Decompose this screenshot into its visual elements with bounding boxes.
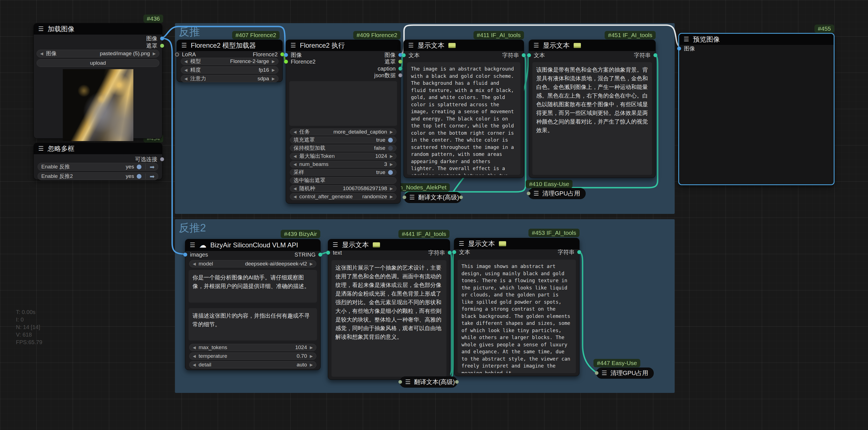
- input-port-images[interactable]: images: [183, 252, 208, 257]
- increment-arrow-icon[interactable]: ▶: [390, 195, 393, 199]
- decrement-arrow-icon[interactable]: ◀: [40, 52, 43, 56]
- node-preview-image[interactable]: ☰ 预览图像 图像: [678, 33, 835, 185]
- increment-arrow-icon[interactable]: ▶: [272, 68, 275, 72]
- increment-arrow-icon[interactable]: ▶: [310, 363, 313, 367]
- attention-combo[interactable]: ◀ 注意力 sdpa ▶: [181, 75, 278, 82]
- collapse-icon[interactable]: ☰: [408, 42, 414, 48]
- input-port-text[interactable]: 文本: [452, 249, 470, 255]
- detail-combo[interactable]: ◀ detail auto ▶: [189, 361, 316, 368]
- sample-toggle[interactable]: 采样 true: [290, 169, 397, 176]
- selected-output-mask-input[interactable]: 选中输出遮罩: [290, 177, 397, 184]
- node-ignore-multibox[interactable]: ☰ 忽略多框 可选连接 Enable 反推 yes ➡ Enable 反推2 y…: [33, 143, 162, 179]
- increment-arrow-icon[interactable]: ▶: [310, 354, 313, 358]
- run-arrow-icon[interactable]: ➡: [150, 173, 155, 179]
- output-port-json[interactable]: json数据: [374, 72, 402, 78]
- node-bizyair-vlm-api[interactable]: ☰ ☁ BizyAir SiliconCloud VLM API images …: [185, 239, 320, 370]
- input-port-florence2[interactable]: Florence2: [284, 59, 316, 64]
- node-florence2-model-loader[interactable]: ☰ Florence2 模型加载器 LoRA Florence2 ◀ 模型 Fl…: [177, 40, 283, 82]
- image-file-combo[interactable]: ◀ 图像 pasted/image (5).png ▶: [36, 49, 159, 58]
- collapse-icon[interactable]: ☰: [409, 194, 415, 200]
- decrement-arrow-icon[interactable]: ◀: [293, 195, 297, 199]
- decrement-arrow-icon[interactable]: ◀: [184, 68, 187, 72]
- decrement-arrow-icon[interactable]: ◀: [193, 345, 196, 350]
- collapse-icon[interactable]: ☰: [38, 145, 44, 152]
- node-load-image[interactable]: ☰ 加载图像 图像 遮罩 ◀ 图像 pasted/image (5).png ▶…: [33, 23, 162, 139]
- caption-output-box[interactable]: [289, 81, 397, 126]
- output-port-optional[interactable]: 可选连接: [135, 157, 164, 162]
- port-dot-optional[interactable]: [160, 157, 164, 161]
- increment-arrow-icon[interactable]: ▶: [390, 154, 393, 158]
- node-florence2-run[interactable]: ☰ Florence2 执行 图像 Florence2 图像 遮罩 captio…: [286, 40, 401, 204]
- port-dot-string[interactable]: [318, 253, 322, 257]
- increment-arrow-icon[interactable]: ▶: [390, 162, 393, 166]
- user-prompt-box[interactable]: 请描述这张图片的内容，并指出任何有趣或不寻常的细节。: [189, 308, 317, 340]
- port-dot-string[interactable]: [653, 53, 657, 57]
- collapse-icon[interactable]: ☰: [684, 36, 689, 42]
- collapse-icon[interactable]: ☰: [459, 241, 464, 247]
- output-port-mask[interactable]: 遮罩: [146, 43, 164, 48]
- increment-arrow-icon[interactable]: ▶: [272, 77, 275, 80]
- node-show-text-451[interactable]: ☰ 显示文本 文本 字符串 该图像是带有黑色和金色方案的抽象背景。背景具有液体和…: [529, 40, 656, 178]
- keep-model-loaded-toggle[interactable]: 保持模型加载 false: [290, 145, 397, 152]
- input-port-text[interactable]: 文本: [402, 53, 420, 58]
- max-tokens-stepper[interactable]: ◀ 最大输出Token 1024 ▶: [290, 153, 397, 160]
- node-header[interactable]: ☰ 显示文本: [529, 40, 655, 51]
- display-text-box[interactable]: This image shows an abstract art design,…: [458, 260, 576, 373]
- port-dot-image[interactable]: [677, 46, 681, 51]
- node-clean-gpu-2[interactable]: ☰ 清理GPU占用: [596, 367, 654, 379]
- collapsed-output-dot[interactable]: [455, 380, 459, 384]
- input-port-text[interactable]: text: [326, 250, 342, 256]
- task-combo[interactable]: ◀ 任务 more_detailed_caption ▶: [290, 129, 397, 135]
- temperature-stepper[interactable]: ◀ temperature 0.70 ▶: [189, 353, 316, 360]
- output-port-florence2[interactable]: Florence2: [253, 52, 284, 57]
- port-dot-string[interactable]: [522, 53, 526, 57]
- toggle-on-dot[interactable]: [388, 138, 393, 142]
- decrement-arrow-icon[interactable]: ◀: [293, 187, 297, 191]
- port-dot-text[interactable]: [452, 250, 456, 254]
- output-port-image[interactable]: 图像: [146, 36, 164, 41]
- port-dot-string[interactable]: [448, 251, 452, 255]
- port-dot-text[interactable]: [326, 251, 330, 255]
- model-combo[interactable]: ◀ model deepseek-ai/deepseek-vl2 ▶: [189, 260, 316, 267]
- output-port-string[interactable]: STRING: [294, 252, 322, 257]
- fill-mask-toggle[interactable]: 填充遮罩 true: [290, 137, 397, 143]
- port-dot-text[interactable]: [527, 53, 531, 57]
- toggle-on-dot[interactable]: [137, 174, 142, 179]
- node-header[interactable]: ☰ 忽略多框: [34, 143, 162, 154]
- decrement-arrow-icon[interactable]: ◀: [193, 363, 196, 367]
- collapse-icon[interactable]: ☰: [190, 242, 195, 248]
- output-port-string[interactable]: 字符串: [502, 53, 526, 58]
- increment-arrow-icon[interactable]: ▶: [390, 130, 393, 134]
- node-header[interactable]: ☰ 显示文本: [404, 40, 524, 51]
- output-port-string[interactable]: 字符串: [558, 249, 581, 255]
- collapsed-input-dot[interactable]: [403, 196, 406, 199]
- num-beams-stepper[interactable]: ◀ num_beams 3 ▶: [290, 161, 397, 168]
- decrement-arrow-icon[interactable]: ◀: [293, 162, 297, 166]
- input-port-text[interactable]: 文本: [527, 53, 545, 58]
- increment-arrow-icon[interactable]: ▶: [390, 187, 393, 191]
- system-prompt-box[interactable]: 你是一个能分析图像的AI助手。请仔细观察图像，并根据用户的问题提供详细、准确的描…: [189, 270, 317, 303]
- port-dot-mask[interactable]: [398, 60, 402, 64]
- collapse-icon[interactable]: ☰: [181, 42, 187, 48]
- node-clean-gpu-1[interactable]: ☰ 清理GPU占用: [528, 188, 586, 199]
- output-port-image[interactable]: 图像: [384, 52, 402, 58]
- collapse-icon[interactable]: ☰: [533, 191, 539, 197]
- node-header[interactable]: ☰ Florence2 执行: [286, 40, 400, 51]
- collapse-icon[interactable]: ☰: [405, 379, 411, 385]
- port-dot-image[interactable]: [284, 53, 288, 57]
- precision-combo[interactable]: ◀ 精度 fp16 ▶: [181, 66, 278, 74]
- image-preview-thumbnail[interactable]: [63, 69, 133, 141]
- increment-arrow-icon[interactable]: ▶: [310, 262, 313, 266]
- port-dot-florence2[interactable]: [280, 53, 284, 56]
- output-port-string[interactable]: 字符串: [428, 250, 452, 256]
- port-dot-caption[interactable]: [398, 67, 402, 71]
- collapse-icon[interactable]: ☰: [533, 42, 539, 48]
- decrement-arrow-icon[interactable]: ◀: [293, 154, 297, 158]
- output-port-caption[interactable]: caption: [378, 66, 403, 71]
- port-dot-string[interactable]: [577, 250, 581, 254]
- node-show-text-411[interactable]: ☰ 显示文本 文本 字符串 The image is an abstract b…: [403, 40, 524, 178]
- increment-arrow-icon[interactable]: ▶: [272, 59, 275, 63]
- input-port-image[interactable]: 图像: [677, 46, 695, 51]
- model-combo[interactable]: ◀ 模型 Florence-2-large ▶: [181, 58, 278, 65]
- seed-stepper[interactable]: ◀ 随机种 100670586297198 ▶: [290, 185, 397, 192]
